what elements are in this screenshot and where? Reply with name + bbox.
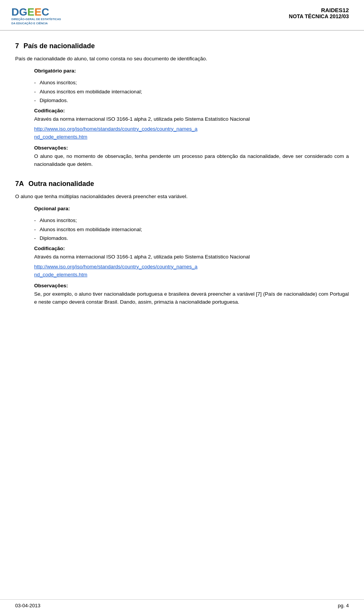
observacoes-text: O aluno que, no momento de observação, t…	[34, 152, 349, 169]
header-right: RAIDES12 NOTA TÉCNICA 2012/03	[289, 7, 349, 19]
page: DGEEC DIREÇÃO-GERAL DE ESTATÍSTICAS DA E…	[0, 0, 364, 616]
codificacao-7a-label: Codificação:	[34, 246, 349, 251]
opcional-label: Opcional para:	[34, 205, 349, 213]
codificacao-7a-link[interactable]: http://www.iso.org/iso/home/standards/co…	[34, 263, 349, 279]
section-7a-title: 7A Outra nacionalidade	[15, 180, 349, 188]
list-item: - Alunos inscritos em mobilidade interna…	[34, 225, 349, 234]
logo-icon: DGEEC	[11, 7, 61, 17]
obrigatorio-label: Obrigatório para:	[34, 67, 349, 75]
list-item: - Diplomados.	[34, 234, 349, 243]
logo-subtitle: DIREÇÃO-GERAL DE ESTATÍSTICAS DA EDUCAÇÃ…	[11, 17, 61, 25]
observacoes-7a-label: Observações:	[34, 283, 349, 288]
logo-area: DGEEC DIREÇÃO-GERAL DE ESTATÍSTICAS DA E…	[11, 7, 61, 25]
observacoes-block: Observações: O aluno que, no momento de …	[15, 145, 349, 169]
footer: 03-04-2013 pg. 4	[0, 599, 364, 608]
list-item: - Alunos inscritos;	[34, 79, 349, 87]
header: DGEEC DIREÇÃO-GERAL DE ESTATÍSTICAS DA E…	[0, 0, 364, 31]
section-7: 7 País de nacionalidade País de nacional…	[15, 42, 349, 169]
list-item: - Diplomados.	[34, 96, 349, 105]
codificacao-text: Através da norma internacional ISO 3166-…	[34, 115, 349, 123]
codificacao-link[interactable]: http://www.iso.org/iso/home/standards/co…	[34, 125, 349, 141]
codificacao-label: Codificação:	[34, 108, 349, 113]
main-content: 7 País de nacionalidade País de nacional…	[0, 31, 364, 324]
opcional-block: Opcional para: - Alunos inscritos; - Alu…	[15, 205, 349, 243]
observacoes-7a-text: Se, por exemplo, o aluno tiver nacionali…	[34, 290, 349, 306]
footer-date: 03-04-2013	[15, 603, 41, 608]
list-item: - Alunos inscritos em mobilidade interna…	[34, 88, 349, 96]
section-7-title: 7 País de nacionalidade	[15, 42, 349, 50]
observacoes-7a-block: Observações: Se, por exemplo, o aluno ti…	[15, 283, 349, 306]
footer-page: pg. 4	[338, 603, 349, 608]
obrigatorio-block: Obrigatório para: - Alunos inscritos; - …	[15, 67, 349, 105]
codificacao-7a-block: Codificação: Através da norma internacio…	[15, 246, 349, 279]
raides-label: RAIDES12	[289, 7, 349, 13]
list-item: - Alunos inscritos;	[34, 216, 349, 225]
observacoes-label: Observações:	[34, 145, 349, 151]
section-7a-intro: O aluno que tenha múltiplas nacionalidad…	[15, 192, 349, 201]
section-7a: 7A Outra nacionalidade O aluno que tenha…	[15, 180, 349, 306]
codificacao-7a-text: Através da norma internacional ISO 3166-…	[34, 253, 349, 261]
codificacao-block: Codificação: Através da norma internacio…	[15, 108, 349, 141]
nota-tecnica-label: NOTA TÉCNICA 2012/03	[289, 13, 349, 19]
section-7-intro: País de nacionalidade do aluno, tal como…	[15, 55, 349, 63]
